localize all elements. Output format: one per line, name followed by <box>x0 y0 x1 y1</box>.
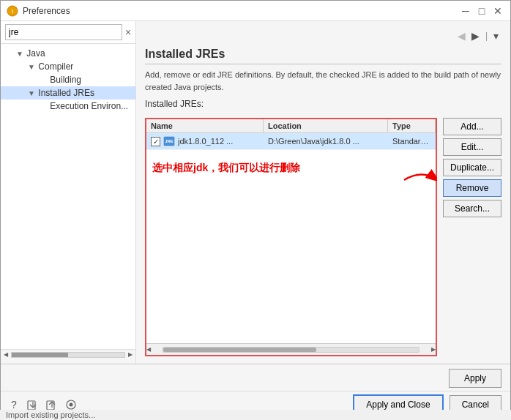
content-area: × ▼ Java ▼ Compiler Building ▼ Installed… <box>1 21 510 364</box>
preferences-window: ! Preferences ─ □ ✕ × ▼ Java ▼ Compiler <box>0 0 511 420</box>
jre-type: Standard Vi... <box>388 135 436 148</box>
header-type: Type <box>388 119 436 132</box>
action-row-wrapper: Apply and Close Cancel ? <box>1 391 510 419</box>
svg-text:JRE: JRE <box>165 139 174 143</box>
bottom-bar: Apply Apply and Close Cancel ? <box>1 364 510 419</box>
scroll-right-arrow[interactable]: ▶ <box>128 351 133 358</box>
title-bar-controls: ─ □ ✕ <box>459 4 504 18</box>
header-name: Name <box>146 119 264 132</box>
scroll-left-arrow[interactable]: ◀ <box>4 351 8 358</box>
nav-back-button[interactable]: ◀ <box>455 29 469 43</box>
tree-area: ▼ Java ▼ Compiler Building ▼ Installed J… <box>1 44 135 349</box>
panel-title: Installed JREs <box>145 48 501 64</box>
jre-table-header: Name Location Type <box>146 119 436 133</box>
import-icon[interactable] <box>26 397 40 412</box>
close-button[interactable]: ✕ <box>491 4 504 18</box>
nav-menu-button[interactable]: ▾ <box>491 29 501 43</box>
cancel-button[interactable]: Cancel <box>450 395 501 414</box>
export-preferences-icon <box>45 398 59 411</box>
title-bar-left: ! Preferences <box>7 5 70 17</box>
compiler-toggle: ▼ <box>27 63 36 71</box>
panel-header: Installed JREs Add, remove or edit JRE d… <box>145 48 501 112</box>
bottom-icons: ? <box>7 397 78 412</box>
h-scroll-right[interactable]: ▶ <box>431 346 436 353</box>
tree-item-exec-envs[interactable]: Execution Environ... <box>1 100 135 113</box>
jre-location: D:\Green\Java\jdk1.8.0 ... <box>264 135 388 148</box>
nav-forward-button[interactable]: ▶ <box>469 29 482 43</box>
scroll-thumb <box>12 353 68 357</box>
scroll-track <box>11 352 125 358</box>
window-title: Preferences <box>23 6 70 16</box>
search-input[interactable] <box>5 24 122 40</box>
h-scroll-left[interactable]: ◀ <box>146 346 151 353</box>
jres-toggle: ▼ <box>27 89 36 97</box>
add-button[interactable]: Add... <box>443 118 501 135</box>
right-panel: ◀ ▶ | ▾ Installed JREs Add, remove or ed… <box>136 21 510 364</box>
exec-toggle <box>39 102 48 110</box>
refresh-preferences-icon <box>64 398 78 411</box>
help-icon[interactable]: ? <box>7 397 21 412</box>
jre-name: jdk1.8.0_112 ... <box>178 137 233 146</box>
tree-item-java[interactable]: ▼ Java <box>1 47 135 60</box>
jre-icon: JRE <box>163 135 175 147</box>
left-scrollbar: ◀ ▶ <box>1 350 135 359</box>
jre-table-area: Name Location Type JRE <box>145 118 501 356</box>
jre-name-cell: JRE jdk1.8.0_112 ... <box>146 133 264 149</box>
building-toggle <box>39 76 48 84</box>
apply-close-button[interactable]: Apply and Close <box>353 394 443 415</box>
panel-table-label: Installed JREs: <box>145 99 501 109</box>
duplicate-button[interactable]: Duplicate... <box>443 159 501 176</box>
apply-button[interactable]: Apply <box>449 369 501 388</box>
tree-item-compiler[interactable]: ▼ Compiler <box>1 60 135 73</box>
svg-text:!: ! <box>12 8 14 15</box>
maximize-button[interactable]: □ <box>475 4 488 18</box>
export-icon[interactable] <box>45 397 59 412</box>
search-clear-button[interactable]: × <box>125 26 131 38</box>
table-scrollbar: ◀ ▶ <box>146 343 436 355</box>
jre-table: Name Location Type JRE <box>145 118 437 356</box>
app-icon: ! <box>7 5 18 17</box>
refresh-icon[interactable] <box>64 397 78 412</box>
h-scroll-track <box>163 347 419 353</box>
jre-table-row[interactable]: JRE jdk1.8.0_112 ... D:\Green\Java\jdk1.… <box>146 133 436 150</box>
svg-rect-4 <box>28 401 35 410</box>
minimize-button[interactable]: ─ <box>459 4 472 18</box>
left-panel-bottom: ◀ ▶ <box>1 349 135 364</box>
jre-action-buttons: Add... Edit... Duplicate... Remove Searc… <box>443 118 501 356</box>
edit-button[interactable]: Edit... <box>443 138 501 156</box>
java-toggle: ▼ <box>15 50 24 58</box>
panel-nav: ◀ ▶ | ▾ <box>145 29 501 43</box>
import-preferences-icon <box>26 398 40 411</box>
title-bar: ! Preferences ─ □ ✕ <box>1 1 510 21</box>
jre-checkbox[interactable] <box>151 137 160 146</box>
search-button[interactable]: Search... <box>443 200 501 217</box>
left-panel: × ▼ Java ▼ Compiler Building ▼ Installed… <box>1 21 136 364</box>
svg-point-9 <box>70 403 73 407</box>
search-bar: × <box>1 21 135 44</box>
header-location: Location <box>264 119 388 132</box>
panel-description: Add, remove or edit JRE definitions. By … <box>145 69 501 93</box>
tree-item-installed-jres[interactable]: ▼ Installed JREs <box>1 86 135 100</box>
h-scroll-thumb <box>163 348 316 352</box>
remove-button[interactable]: Remove <box>443 179 501 197</box>
jre-table-body: JRE jdk1.8.0_112 ... D:\Green\Java\jdk1.… <box>146 133 436 343</box>
tree-item-building[interactable]: Building <box>1 73 135 86</box>
apply-row: Apply <box>1 364 510 391</box>
